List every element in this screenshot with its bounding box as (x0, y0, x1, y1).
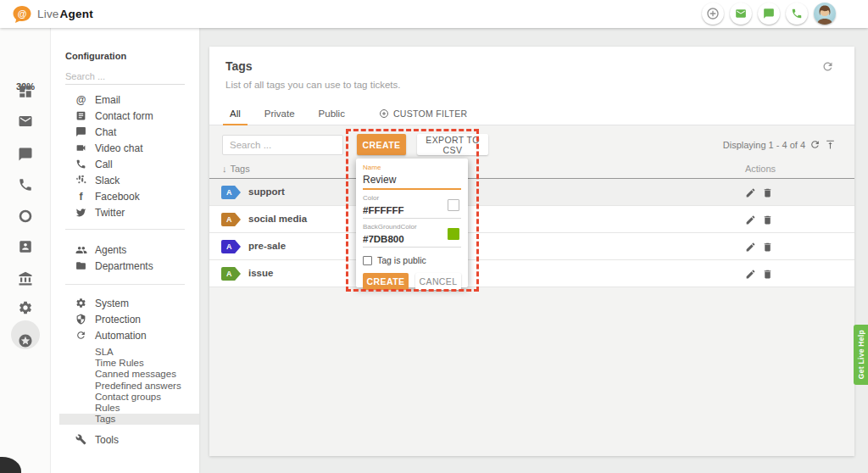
create-tag-button[interactable]: CREATE (357, 134, 406, 155)
sidebar-item-slack[interactable]: Slack (51, 172, 199, 188)
tag-public-checkbox[interactable] (363, 256, 372, 265)
edit-tag-button[interactable] (745, 242, 756, 253)
background-color-input[interactable] (363, 232, 431, 247)
rail-upgrade-button[interactable] (18, 333, 33, 348)
edit-tag-button[interactable] (745, 187, 756, 198)
sidebar-item-chat[interactable]: Chat (51, 124, 199, 140)
sort-arrow-icon: ↓ (222, 164, 227, 174)
table-row[interactable]: A support (209, 179, 854, 206)
liveagent-logo[interactable]: @ Live Agent (0, 5, 93, 24)
tag-public-label: Tag is public (377, 255, 426, 265)
pencil-icon (745, 269, 756, 280)
tag-badge: A (221, 213, 241, 226)
logo-bubble-icon: @ (12, 5, 32, 24)
configuration-sidebar: Configuration @ Email Contact form Chat … (51, 28, 199, 473)
tag-name: issue (248, 268, 273, 278)
tag-name: pre-sale (248, 241, 286, 251)
sidebar-item-tools[interactable]: Tools (51, 431, 199, 448)
background-color-swatch[interactable] (448, 228, 459, 240)
rail-chat-button[interactable] (18, 147, 33, 162)
call-phone-icon (18, 177, 33, 192)
trash-icon (762, 242, 773, 253)
rail-contacts-button[interactable] (18, 239, 33, 254)
tab-public[interactable]: Public (307, 103, 357, 125)
dashboard-button[interactable] (18, 84, 33, 99)
sidebar-item-email[interactable]: @ Email (51, 92, 199, 108)
sidebar-subitem-contact-groups[interactable]: Contact groups (51, 391, 199, 402)
sidebar-item-agents[interactable]: Agents (51, 242, 199, 258)
dashboard-icon (18, 84, 33, 99)
top-bar: @ Live Agent (0, 0, 868, 28)
popup-cancel-button[interactable]: CANCEL (415, 273, 461, 290)
tab-private[interactable]: Private (253, 103, 307, 125)
delete-tag-button[interactable] (762, 269, 773, 280)
chats-button[interactable] (758, 3, 780, 25)
popup-create-button[interactable]: CREATE (363, 273, 409, 290)
panel-refresh-button[interactable] (821, 60, 834, 73)
delete-tag-button[interactable] (762, 242, 773, 253)
table-row[interactable]: A issue (209, 260, 854, 287)
mail-icon (18, 114, 33, 129)
delete-tag-button[interactable] (762, 187, 773, 198)
tag-name-input[interactable] (363, 172, 461, 190)
sidebar-subitem-canned-messages[interactable]: Canned messages (51, 369, 199, 380)
sidebar-subitem-sla[interactable]: SLA (51, 346, 199, 357)
table-row[interactable]: A social media (209, 206, 854, 233)
sidebar-item-call[interactable]: Call (51, 156, 199, 172)
brand-live: Live (37, 8, 59, 20)
sidebar-subitem-tags[interactable]: Tags (59, 414, 199, 425)
collapse-top-button[interactable] (825, 139, 836, 150)
delete-tag-button[interactable] (762, 214, 773, 225)
rail-tickets-button[interactable] (18, 114, 33, 129)
color-input[interactable] (363, 203, 431, 218)
user-avatar[interactable] (814, 3, 836, 25)
staff-group: Agents Departments (51, 242, 199, 274)
star-circle-icon (18, 333, 33, 348)
tags-tabs: All Private Public CUSTOM FILTER (209, 103, 854, 125)
tickets-button[interactable] (730, 3, 752, 25)
edit-tag-button[interactable] (745, 214, 756, 225)
export-csv-button[interactable]: EXPORT TO CSV (417, 134, 488, 155)
sidebar-item-protection[interactable]: Protection (51, 311, 199, 327)
table-row[interactable]: A pre-sale (209, 233, 854, 260)
brand-agent: Agent (60, 8, 93, 20)
rail-company-button[interactable] (18, 271, 33, 287)
calls-button[interactable] (786, 3, 808, 25)
tab-all[interactable]: All (218, 103, 253, 125)
get-live-help-label: Get Live Help (857, 330, 865, 379)
sidebar-item-facebook[interactable]: f Facebook (51, 188, 199, 204)
tab-custom-filter[interactable]: CUSTOM FILTER (367, 103, 480, 125)
rail-settings-button[interactable] (18, 300, 33, 315)
sidebar-subitem-rules[interactable]: Rules (51, 402, 199, 413)
color-swatch[interactable] (448, 199, 459, 211)
page-subtitle: List of all tags you can use to tag tick… (225, 80, 400, 90)
name-field-label: Name (363, 164, 461, 171)
sidebar-subitem-time-rules[interactable]: Time Rules (51, 357, 199, 368)
sidebar-item-twitter[interactable]: Twitter (51, 204, 199, 220)
trash-icon (762, 269, 773, 280)
tag-name: support (248, 186, 285, 197)
automation-subgroup: SLA Time Rules Canned messages Predefine… (51, 346, 199, 425)
sidebar-item-automation[interactable]: Automation (51, 327, 199, 343)
rail-call-button[interactable] (18, 177, 33, 192)
rail-status-button[interactable] (18, 209, 33, 224)
column-header-tags[interactable]: ↓ Tags (222, 164, 250, 174)
tags-search-input[interactable] (222, 135, 343, 155)
tag-badge: A (221, 267, 241, 281)
chat-bubble-icon (75, 125, 87, 138)
column-header-actions: Actions (735, 164, 786, 174)
add-button[interactable] (702, 3, 724, 25)
contact-card-icon (18, 239, 33, 254)
edit-tag-button[interactable] (745, 269, 756, 280)
list-refresh-button[interactable] (810, 139, 821, 150)
page-title: Tags (225, 59, 253, 73)
sidebar-item-system[interactable]: System (51, 295, 199, 311)
sidebar-item-contact-form[interactable]: Contact form (51, 108, 199, 124)
sidebar-item-video-chat[interactable]: Video chat (51, 140, 199, 156)
plus-circle-icon (706, 7, 720, 20)
email-icon (735, 8, 747, 19)
get-live-help-tab[interactable]: Get Live Help (854, 325, 868, 385)
sidebar-subitem-predefined-answers[interactable]: Predefined answers (51, 380, 199, 391)
sidebar-item-departments[interactable]: Departments (51, 258, 199, 274)
sidebar-search-input[interactable] (65, 69, 185, 85)
